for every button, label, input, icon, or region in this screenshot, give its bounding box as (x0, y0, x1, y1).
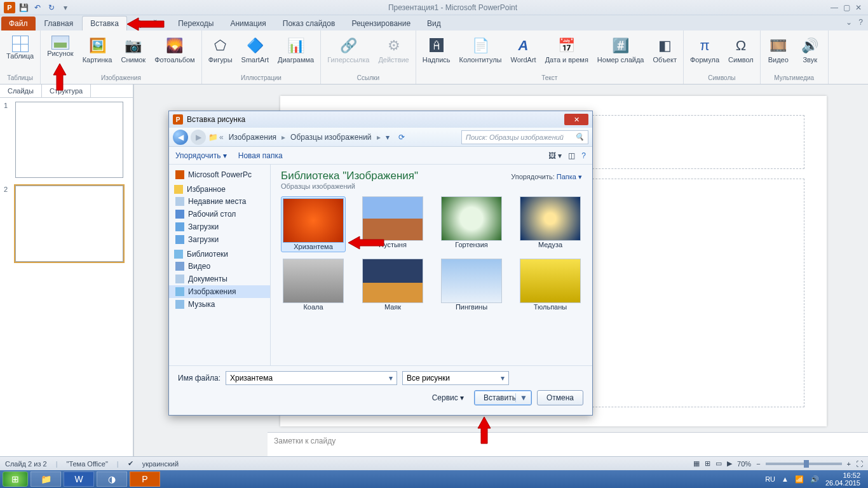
cancel-button[interactable]: Отмена (537, 390, 583, 405)
object-button[interactable]: ◧Объект (651, 34, 679, 65)
save-icon[interactable]: 💾 (18, 2, 29, 13)
undo-icon[interactable]: ↶ (32, 2, 43, 13)
equation-button[interactable]: πФормула (688, 34, 722, 65)
refresh-button[interactable]: ⟳ (395, 133, 409, 142)
tools-dropdown[interactable]: Сервис ▾ (432, 393, 464, 402)
zoom-slider[interactable] (766, 463, 842, 465)
file-item-5[interactable]: Маяк (361, 259, 424, 311)
tab-slideshow[interactable]: Показ слайдов (275, 17, 343, 30)
screenshot-button[interactable]: 📷Снимок (118, 34, 148, 65)
view-slideshow-icon[interactable]: ▶ (727, 459, 732, 468)
spellcheck-icon[interactable]: ✔ (128, 459, 133, 468)
slidenum-button[interactable]: #️⃣Номер слайда (595, 34, 647, 65)
sidebar-item-pictures[interactable]: Изображения (169, 285, 270, 298)
ribbon-minimize-icon[interactable]: ⌄ (846, 18, 852, 27)
file-item-7[interactable]: Тюльпаны (519, 259, 582, 311)
video-button[interactable]: 🎞️Видео (764, 34, 792, 65)
search-input[interactable]: Поиск: Образцы изображений 🔍 (461, 130, 588, 144)
zoom-out-button[interactable]: − (756, 460, 760, 468)
file-item-3[interactable]: Медуза (519, 196, 582, 252)
sidebar-header-favorites[interactable]: Избранное (169, 181, 270, 195)
tray-network-icon[interactable]: 📶 (795, 475, 804, 484)
file-item-0[interactable]: Хризантема (281, 196, 346, 252)
tray-flag-icon[interactable]: ▲ (782, 475, 789, 483)
datetime-button[interactable]: 📅Дата и время (543, 34, 591, 65)
sidebar-item-video[interactable]: Видео (169, 260, 270, 273)
tab-home[interactable]: Главная (37, 17, 81, 30)
breadcrumb-dropdown-icon[interactable]: ▾ (383, 133, 392, 142)
file-item-6[interactable]: Пингвины (440, 259, 503, 311)
maximize-icon[interactable]: ▢ (843, 3, 850, 12)
minimize-icon[interactable]: — (831, 3, 838, 12)
file-item-1[interactable]: Пустыня (361, 196, 424, 252)
sidebar-item-recent[interactable]: Недавние места (169, 195, 270, 208)
symbol-button[interactable]: ΩСимвол (726, 34, 756, 65)
tray-time[interactable]: 16:52 (843, 471, 860, 479)
wordart-button[interactable]: AWordArt (508, 34, 539, 65)
tray-sound-icon[interactable]: 🔊 (810, 475, 819, 484)
close-icon[interactable]: ✕ (855, 3, 862, 12)
taskbar-explorer[interactable]: 📁 (31, 471, 61, 487)
breadcrumb[interactable]: 📁 « Изображения ▸ Образцы изображений ▸ (208, 132, 381, 143)
notes-pane[interactable]: Заметки к слайду (268, 432, 868, 456)
view-normal-icon[interactable]: ▦ (693, 459, 700, 468)
sidebar-item-music[interactable]: Музыка (169, 298, 270, 311)
tab-design[interactable]: Дизайн (128, 17, 169, 30)
file-item-2[interactable]: Гортензия (440, 196, 503, 252)
smartart-button[interactable]: 🔷SmartArt (239, 34, 271, 65)
sort-control[interactable]: Упорядочить: Папка ▾ (511, 173, 582, 181)
redo-icon[interactable]: ↻ (46, 2, 57, 13)
tab-insert[interactable]: Вставка (82, 16, 127, 30)
organize-button[interactable]: Упорядочить ▾ (175, 151, 227, 160)
preview-button[interactable]: ◫ (568, 151, 575, 160)
audio-button[interactable]: 🔊Звук (796, 34, 824, 65)
view-button[interactable]: 🖼 ▾ (548, 151, 562, 160)
sidebar-item-desktop[interactable]: Рабочий стол (169, 208, 270, 220)
filename-input[interactable]: Хризантема▾ (226, 371, 397, 385)
filter-select[interactable]: Все рисунки▾ (402, 371, 509, 385)
sidebar-item-documents[interactable]: Документы (169, 273, 270, 285)
clipart-button[interactable]: 🖼️Картинка (80, 34, 115, 65)
dialog-close-button[interactable]: ✕ (564, 114, 588, 125)
tray-date[interactable]: 26.04.2015 (825, 479, 860, 487)
textbox-button[interactable]: 🅰Надпись (420, 34, 453, 65)
tab-review[interactable]: Рецензирование (344, 17, 418, 30)
tab-view[interactable]: Вид (419, 17, 449, 30)
insert-button[interactable]: Вставить▼ (474, 390, 532, 405)
shapes-button[interactable]: ⬠Фигуры (206, 34, 235, 65)
start-button[interactable]: ⊞ (3, 471, 28, 487)
tab-transitions[interactable]: Переходы (170, 17, 221, 30)
fit-button[interactable]: ⛶ (856, 460, 863, 468)
newfolder-button[interactable]: Новая папка (238, 151, 283, 160)
tab-outline[interactable]: Структура (42, 85, 91, 97)
taskbar-chrome[interactable]: ◑ (97, 471, 127, 487)
chart-button[interactable]: 📊Диаграмма (275, 34, 316, 65)
status-language[interactable]: украинский (142, 460, 179, 468)
slide-thumb-1[interactable]: 1 (4, 102, 129, 178)
help-icon[interactable]: ? (858, 18, 863, 27)
chevron-down-icon[interactable]: ▼ (515, 393, 527, 402)
table-button[interactable]: Таблица (4, 34, 36, 61)
taskbar-powerpoint[interactable]: P (130, 471, 160, 487)
sidebar-item-downloads2[interactable]: Загрузки (169, 233, 270, 246)
tab-animations[interactable]: Анимация (222, 17, 273, 30)
view-sorter-icon[interactable]: ⊞ (705, 459, 710, 468)
zoom-level[interactable]: 70% (737, 460, 751, 468)
taskbar-word[interactable]: W (64, 471, 94, 487)
tab-file[interactable]: Файл (1, 17, 36, 30)
qat-dropdown-icon[interactable]: ▾ (60, 2, 71, 13)
slide-thumb-2[interactable]: 2 (4, 186, 129, 262)
view-reading-icon[interactable]: ▭ (715, 459, 722, 468)
picture-button[interactable]: Рисунок (44, 34, 76, 65)
tab-slides[interactable]: Слайды (0, 85, 42, 97)
file-item-4[interactable]: Коала (281, 259, 346, 311)
nav-back-button[interactable]: ◀ (173, 130, 188, 145)
sidebar-item-downloads[interactable]: Загрузки (169, 220, 270, 233)
sidebar-item-powerpoint[interactable]: Microsoft PowerPc (169, 168, 270, 181)
zoom-in-button[interactable]: + (847, 460, 851, 468)
headerfooter-button[interactable]: 📄Колонтитулы (457, 34, 505, 65)
sidebar-header-libraries[interactable]: Библиотеки (169, 246, 270, 260)
help-button[interactable]: ? (581, 151, 586, 160)
photoalbum-button[interactable]: 🌄Фотоальбом (152, 34, 198, 65)
tray-lang[interactable]: RU (765, 475, 775, 483)
